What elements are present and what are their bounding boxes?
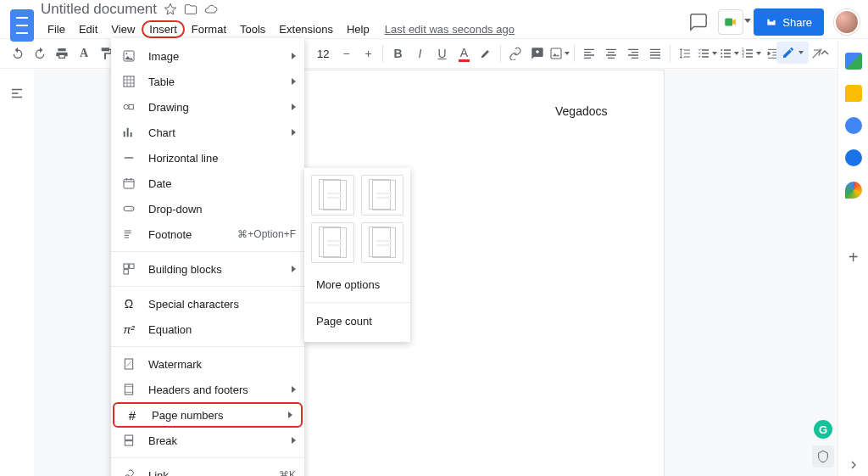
insert-watermark-item[interactable]: Watermark: [111, 351, 304, 377]
chevron-right-icon: [292, 53, 296, 59]
footnote-icon: [121, 227, 136, 242]
menu-item-label: Special characters: [148, 298, 239, 311]
italic-icon[interactable]: I: [409, 42, 431, 64]
menu-insert[interactable]: Insert: [142, 20, 185, 38]
undo-icon[interactable]: [7, 42, 29, 64]
align-left-icon[interactable]: [578, 42, 600, 64]
separator: [111, 346, 304, 347]
more-options-item[interactable]: More options: [311, 270, 403, 299]
insert-headers-item[interactable]: Headers and footers: [111, 377, 304, 402]
insert-footnote-item[interactable]: Footnote⌘+Option+F: [111, 221, 304, 247]
link-icon: [121, 468, 136, 476]
insert-line-item[interactable]: Horizontal line: [111, 145, 304, 171]
date-icon: [121, 176, 136, 191]
menu-edit[interactable]: Edit: [72, 20, 104, 38]
page-number-option-bottom-right[interactable]: [311, 222, 354, 263]
checklist-icon[interactable]: [696, 42, 718, 64]
insert-date-item[interactable]: Date: [111, 171, 304, 196]
underline-icon[interactable]: U: [431, 42, 453, 64]
docs-logo-icon[interactable]: [10, 9, 34, 42]
insert-table-item[interactable]: Table: [111, 69, 304, 94]
page-count-item[interactable]: Page count: [311, 306, 403, 335]
grammarly-icon[interactable]: G: [814, 420, 832, 439]
menu-format[interactable]: Format: [185, 20, 233, 38]
app-header: Untitled document File Edit View Insert …: [0, 0, 868, 37]
document-title[interactable]: Untitled document: [41, 1, 157, 18]
account-avatar[interactable]: [834, 9, 860, 35]
text-color-icon[interactable]: A: [453, 42, 475, 64]
menu-item-label: Date: [148, 177, 171, 190]
bulleted-list-icon[interactable]: [718, 42, 740, 64]
insert-blocks-item[interactable]: Building blocks: [111, 256, 304, 282]
tasks-app-icon[interactable]: [845, 117, 862, 134]
insert-pagenum-item[interactable]: #Page numbers: [113, 402, 303, 428]
move-folder-icon[interactable]: [184, 3, 198, 16]
add-addon-icon[interactable]: +: [843, 246, 865, 268]
headers-icon: [121, 382, 136, 397]
align-justify-icon[interactable]: [644, 42, 666, 64]
redo-icon[interactable]: [29, 42, 51, 64]
svg-rect-10: [124, 76, 134, 87]
menu-help[interactable]: Help: [340, 20, 376, 38]
page-number-option-top-right[interactable]: [311, 175, 354, 216]
line-spacing-icon[interactable]: [674, 42, 696, 64]
numbered-list-icon[interactable]: 123: [740, 42, 762, 64]
hide-panel-icon[interactable]: [843, 454, 865, 476]
menu-tools[interactable]: Tools: [233, 20, 272, 38]
svg-point-2: [721, 49, 723, 51]
outline-icon[interactable]: [5, 81, 29, 105]
size-increase-icon[interactable]: +: [357, 42, 379, 64]
chevron-up-icon[interactable]: [814, 42, 836, 64]
add-comment-icon[interactable]: [526, 42, 548, 64]
menu-item-label: Headers and footers: [148, 384, 248, 396]
insert-link-item[interactable]: Link⌘K: [111, 462, 304, 476]
bold-icon[interactable]: B: [387, 42, 409, 64]
document-text: Vegadocs: [555, 104, 608, 118]
insert-special-item[interactable]: ΩSpecial characters: [111, 291, 304, 316]
insert-link-icon[interactable]: [504, 42, 526, 64]
svg-rect-19: [125, 384, 132, 395]
separator: [382, 45, 383, 62]
calendar-app-icon[interactable]: [845, 53, 862, 70]
page-number-option-top-right-skip-first[interactable]: [361, 175, 404, 216]
menu-item-label: Watermark: [148, 358, 202, 371]
insert-drawing-item[interactable]: Drawing: [111, 94, 304, 120]
menu-extensions[interactable]: Extensions: [272, 20, 340, 38]
dropdown-icon: [121, 201, 136, 216]
contacts-app-icon[interactable]: [845, 149, 862, 166]
last-edit-link[interactable]: Last edit was seconds ago: [385, 23, 515, 36]
page-number-option-bottom-right-skip-first[interactable]: [361, 222, 404, 263]
comment-history-icon[interactable]: [689, 13, 708, 31]
explore-icon[interactable]: [812, 445, 834, 468]
svg-rect-21: [125, 441, 132, 445]
cloud-status-icon[interactable]: [204, 3, 218, 16]
editing-mode-button[interactable]: [776, 42, 809, 64]
insert-break-item[interactable]: Break: [111, 428, 304, 453]
insert-dropdown-item[interactable]: Drop-down: [111, 196, 304, 221]
svg-rect-20: [125, 435, 132, 440]
menu-file[interactable]: File: [41, 20, 72, 38]
star-icon[interactable]: [164, 3, 177, 16]
separator: [111, 251, 304, 252]
menu-item-label: Link: [148, 469, 169, 477]
print-icon[interactable]: [51, 42, 73, 64]
align-center-icon[interactable]: [600, 42, 622, 64]
size-decrease-icon[interactable]: −: [335, 42, 357, 64]
maps-app-icon[interactable]: [845, 182, 862, 199]
insert-chart-item[interactable]: Chart: [111, 120, 304, 145]
insert-equation-item[interactable]: π²Equation: [111, 316, 304, 342]
svg-rect-0: [726, 19, 733, 26]
highlight-icon[interactable]: [475, 42, 497, 64]
right-side-panel: +: [837, 41, 868, 476]
menu-view[interactable]: View: [104, 20, 142, 38]
align-right-icon[interactable]: [622, 42, 644, 64]
chevron-right-icon: [292, 78, 296, 85]
meet-icon[interactable]: [718, 9, 743, 35]
share-button[interactable]: Share: [754, 8, 824, 36]
insert-image-icon[interactable]: [548, 42, 570, 64]
font-size-combo[interactable]: 12: [311, 43, 335, 64]
keep-app-icon[interactable]: [845, 85, 862, 102]
spellcheck-icon[interactable]: A: [73, 42, 95, 64]
insert-image-item[interactable]: Image: [111, 43, 304, 69]
pagenum-icon: #: [125, 407, 140, 423]
